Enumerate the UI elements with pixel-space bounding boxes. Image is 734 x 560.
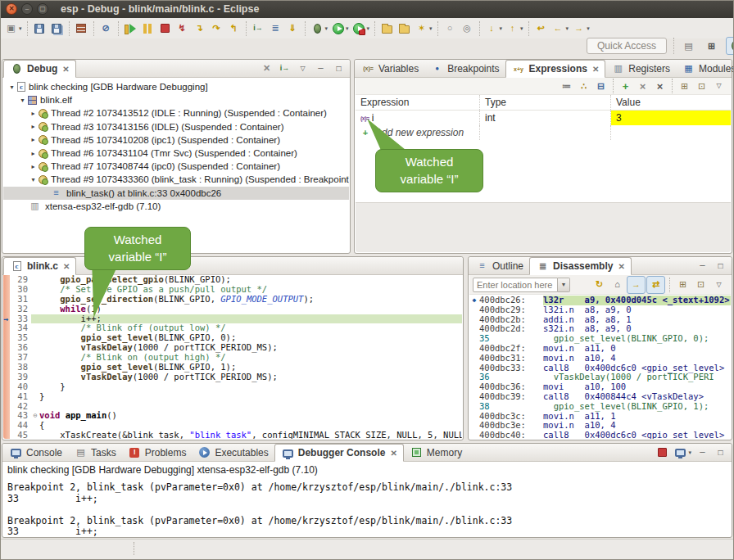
dropdown-arrow-icon[interactable]: ▾ (500, 25, 503, 32)
suspend-button[interactable] (139, 20, 156, 38)
disassembly-line[interactable]: 400dbc39:call8 0x400844c4 <vTaskDelay> (469, 392, 731, 402)
maximize-button[interactable]: □ (330, 61, 347, 77)
track-current-button[interactable]: → (627, 276, 646, 294)
search-button[interactable]: ○ (442, 20, 459, 38)
remove-all-terminated-button[interactable]: ✕ (258, 61, 275, 77)
minimize-button[interactable]: ─ (694, 445, 711, 461)
detach-view-button[interactable]: ⊞ (674, 276, 691, 294)
debug-tree-item[interactable]: ▾blink.elf (3, 93, 349, 106)
code-line[interactable]: 43⊖void app_main() (10, 411, 462, 421)
expressions-tab-registers[interactable]: ▥Registers (605, 60, 676, 77)
last-edit-location-button[interactable]: ↩ (532, 20, 550, 38)
instruction-stepping-button[interactable]: i→ (250, 20, 267, 38)
show-logical-structure-button[interactable]: ∴ (575, 77, 592, 95)
close-icon[interactable]: ✕ (592, 65, 599, 74)
disassembly-line[interactable]: 400dbc29:l32i.n a8, a9, 0 (469, 305, 731, 315)
show-debug-sources-button[interactable]: ≣ (267, 20, 284, 38)
editor-presentation-button[interactable]: ▤ (680, 37, 697, 55)
expander-icon[interactable]: ▸ (29, 123, 38, 130)
column-value[interactable]: Value (611, 95, 731, 110)
console-tab-memory[interactable]: Memory (404, 444, 468, 461)
new-wizard-button[interactable]: ▣▾ (2, 20, 24, 38)
debug-tree-item[interactable]: ▸Thread #3 1073413156 (IDLE) (Suspended … (3, 120, 349, 133)
disassembly-line[interactable]: 38 gpio_set_level(BLINK_GPIO, 1); (469, 402, 731, 412)
expressions-tab-modules[interactable]: ▦Modules (676, 60, 734, 77)
save-button[interactable] (31, 20, 48, 38)
debug-tree-item[interactable]: ▸Thread #2 1073413512 (IDLE : Running) (… (3, 106, 349, 120)
editor-marker-bar[interactable] (3, 275, 10, 439)
detach-view-button[interactable]: ⊞ (676, 77, 693, 95)
debug-tree-item[interactable]: ▾cblink checking [GDB Hardware Debugging… (3, 80, 349, 93)
console-tab-tasks[interactable]: ▤Tasks (68, 444, 122, 461)
step-return-button[interactable]: ↰ (225, 20, 242, 38)
remove-selected-button[interactable]: × (634, 77, 651, 95)
back-button[interactable]: ←▾ (550, 20, 571, 38)
dropdown-arrow-icon[interactable]: ▾ (325, 25, 328, 32)
forward-button[interactable]: →▾ (570, 20, 591, 38)
next-annotation-button[interactable]: ↓▾ (483, 20, 505, 38)
console-tab-debugger-console[interactable]: Debugger Console✕ (274, 444, 404, 462)
dropdown-arrow-icon[interactable]: ▾ (429, 25, 433, 32)
skip-all-breakpoints-button[interactable]: ⊘ (97, 20, 115, 38)
add-expression-button[interactable]: + (617, 77, 634, 95)
console-tab-problems[interactable]: !Problems (122, 444, 193, 461)
code-line[interactable]: 39 vTaskDelay(1000 / portTICK_PERIOD_MS)… (10, 373, 462, 382)
code-line[interactable]: 41} (10, 392, 462, 402)
open-resource-button[interactable] (396, 20, 413, 38)
refresh-button[interactable]: ↻ (591, 276, 608, 294)
column-expression[interactable]: Expression (356, 95, 480, 110)
view-menu-button[interactable]: ▽ (710, 77, 727, 95)
disassembly-line[interactable]: 400dbc40:call8 0x400dc6c0 <gpio_set_leve… (469, 431, 731, 439)
open-element-button[interactable] (378, 20, 396, 38)
debug-tree-item[interactable]: ▸Thread #5 1073410208 (ipc1) (Suspended … (3, 133, 349, 147)
location-dropdown-icon[interactable]: ▼ (558, 278, 570, 292)
dropdown-arrow-icon[interactable]: ▾ (367, 25, 370, 32)
open-new-view-button[interactable]: ⊡ (693, 77, 710, 95)
add-expression-row[interactable]: + Add new expression (356, 125, 731, 140)
maximize-button[interactable]: □ (712, 258, 729, 274)
console-tab-executables[interactable]: Executables (192, 444, 274, 461)
debug-tree-item[interactable]: ▥xtensa-esp32-elf-gdb (7.10) (3, 200, 349, 213)
instruction-stepping-button[interactable]: i→ (276, 61, 293, 77)
window-maximize-icon[interactable]: ▢ (37, 3, 48, 15)
terminate-red-button[interactable] (654, 445, 671, 461)
debug-button[interactable]: ▾ (309, 20, 330, 38)
external-tools-button[interactable]: ▾ (351, 20, 372, 38)
expander-icon[interactable]: ▾ (18, 97, 27, 104)
code-editor[interactable]: → 29 gpio_pad_select_gpio(BLINK_GPIO);30… (3, 275, 462, 439)
launch-flash-button[interactable]: ✶▾ (413, 20, 434, 38)
collapse-all-button[interactable]: ⊟ (592, 77, 609, 95)
sync-selection-button[interactable]: ⇄ (646, 276, 665, 294)
window-minimize-icon[interactable]: – (21, 3, 33, 15)
build-button[interactable] (73, 20, 90, 38)
display-console-button[interactable]: ▾ (672, 445, 693, 461)
save-all-button[interactable] (48, 20, 66, 38)
fold-icon[interactable]: ⊖ (31, 411, 39, 421)
disconnect-button[interactable]: ↯ (174, 20, 191, 38)
drop-to-frame-button[interactable]: ⇓ (284, 20, 301, 38)
close-icon[interactable]: ✕ (62, 65, 69, 74)
open-new-view-button[interactable]: ⊡ (692, 276, 709, 294)
minimize-button[interactable]: ─ (312, 61, 329, 77)
step-into-button[interactable]: ↴ (191, 20, 208, 38)
show-type-names-button[interactable]: ≔ (558, 77, 575, 95)
column-type[interactable]: Type (480, 95, 611, 110)
quick-access-input[interactable]: Quick Access (587, 38, 667, 54)
breakpoint-instruction-pointer-icon[interactable]: → (3, 314, 14, 324)
expression-row[interactable]: (x)= i int 3 (356, 111, 731, 125)
debug-tree-item[interactable]: ≡blink_task() at blink.c:33 0x400dbc26 (3, 187, 349, 200)
expander-icon[interactable]: ▾ (29, 176, 38, 183)
code-line[interactable]: 40 } (10, 382, 462, 392)
disassembly-listing[interactable]: ◆400dbc26:l32r a9, 0x400d045c <_stext+10… (469, 295, 731, 439)
debug-tree-item[interactable]: ▸Thread #6 1073431104 (Tmr Svc) (Suspend… (3, 147, 349, 160)
run-button[interactable]: ▾ (329, 20, 351, 38)
expressions-tab-variables[interactable]: (x)=Variables (356, 60, 424, 77)
console-body[interactable]: blink checking [GDB Hardware Debugging] … (3, 462, 731, 536)
close-icon[interactable]: ✕ (390, 449, 396, 458)
console-tab-console[interactable]: Console (3, 444, 68, 461)
tab-debug[interactable]: Debug ✕ (3, 60, 76, 78)
dropdown-arrow-icon[interactable]: ▾ (520, 25, 523, 32)
expander-icon[interactable]: ▸ (29, 136, 38, 143)
expander-icon[interactable]: ▸ (29, 110, 38, 117)
dropdown-arrow-icon[interactable]: ▾ (688, 449, 691, 456)
